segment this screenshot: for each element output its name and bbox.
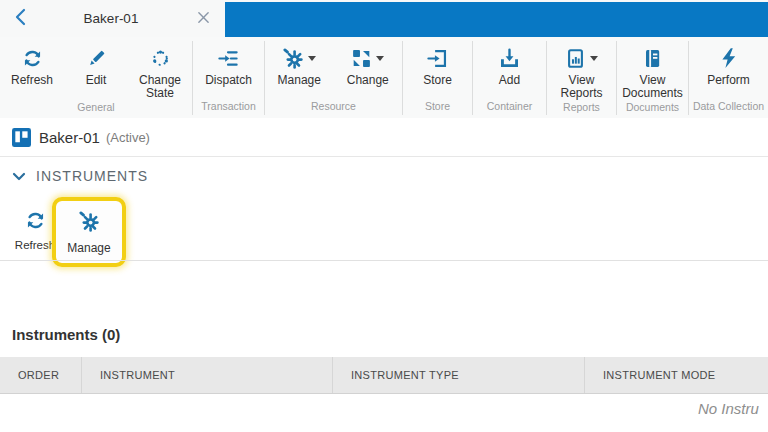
refresh-icon	[25, 209, 46, 233]
column-header-order[interactable]: ORDER	[0, 357, 82, 393]
tab-bar-fill	[225, 2, 768, 37]
toolbar-button-label: Refresh	[11, 74, 53, 87]
tab-title: Baker-01	[34, 11, 188, 26]
toolbar-button-refresh[interactable]: Refresh	[0, 41, 64, 101]
toolbar-group-container: AddContainer	[473, 41, 547, 115]
toolbar-button-label: Edit	[86, 74, 107, 87]
toolbar-button-label: View Reports	[547, 74, 616, 101]
toolbar-group-general: RefreshEditChange StateGeneral	[0, 41, 193, 115]
toolbar-button-change[interactable]: Change	[334, 41, 403, 100]
toolbar-group-store: StoreStore	[403, 41, 473, 115]
record-header: Baker-01 (Active)	[0, 118, 768, 157]
view-documents-icon	[642, 46, 663, 70]
toolbar-button-label: Manage	[278, 74, 321, 87]
chevron-down-icon	[590, 56, 598, 61]
toolbar-button-label: Store	[423, 74, 452, 87]
add-icon	[499, 46, 520, 70]
section-divider	[0, 260, 768, 261]
toolbar-group-label: Documents	[617, 101, 688, 115]
store-icon	[427, 46, 448, 70]
button-label: Manage	[67, 242, 110, 255]
toolbar-button-label: Perform	[707, 74, 750, 87]
column-header-instrument-type[interactable]: INSTRUMENT TYPE	[333, 357, 585, 393]
refresh-icon	[22, 46, 43, 70]
record-status: (Active)	[106, 130, 150, 145]
instruments-section-title: INSTRUMENTS	[36, 168, 148, 184]
tab-close-button[interactable]	[188, 0, 218, 37]
toolbar-button-label: Dispatch	[205, 74, 252, 87]
ribbon-toolbar: RefreshEditChange StateGeneralDispatchTr…	[0, 37, 768, 119]
manage-icon	[282, 46, 316, 70]
table-empty-message: No Instru	[698, 400, 759, 417]
toolbar-button-label: Change State	[128, 74, 192, 101]
app-window: Baker-01 RefreshEditChange StateGeneralD…	[0, 0, 768, 432]
toolbar-group-data-collection: PerformData Collection	[689, 41, 768, 115]
chevron-down-icon	[308, 56, 316, 61]
toolbar-button-label: Change	[347, 74, 389, 87]
toolbar-group-reports: View ReportsReports	[547, 41, 617, 115]
toolbar-button-view-documents[interactable]: View Documents	[617, 41, 688, 101]
instruments-section-header[interactable]: INSTRUMENTS	[0, 162, 148, 190]
button-label: Refresh	[15, 239, 55, 252]
dispatch-icon	[218, 46, 239, 70]
manage-button-highlight[interactable]: Manage	[52, 197, 126, 267]
toolbar-button-edit[interactable]: Edit	[64, 41, 128, 101]
toolbar-button-label: View Documents	[617, 74, 688, 101]
toolbar-group-label: Container	[473, 100, 546, 115]
chevron-left-icon	[13, 8, 29, 30]
record-title: Baker-01	[39, 129, 100, 146]
instruments-table-header: ORDERINSTRUMENTINSTRUMENT TYPEINSTRUMENT…	[0, 357, 768, 394]
instruments-table-title: Instruments (0)	[12, 326, 120, 343]
toolbar-button-change-state[interactable]: Change State	[128, 41, 192, 101]
chevron-down-icon	[12, 172, 26, 181]
toolbar-group-resource: ManageChangeResource	[265, 41, 403, 115]
toolbar-button-add[interactable]: Add	[473, 41, 546, 100]
toolbar-group-documents: View DocumentsDocuments	[617, 41, 689, 115]
column-header-instrument-mode[interactable]: INSTRUMENT MODE	[585, 357, 768, 393]
tab-bar: Baker-01	[0, 0, 768, 37]
toolbar-group-label: Store	[403, 100, 472, 115]
tab-baker-01[interactable]: Baker-01	[34, 0, 218, 37]
edit-icon	[86, 46, 107, 70]
toolbar-button-dispatch[interactable]: Dispatch	[193, 41, 264, 100]
manage-icon	[78, 209, 100, 233]
chevron-down-icon	[376, 56, 384, 61]
toolbar-button-perform[interactable]: Perform	[689, 41, 768, 100]
perform-icon	[718, 46, 740, 70]
toolbar-button-store[interactable]: Store	[403, 41, 472, 100]
toolbar-group-label: General	[0, 101, 192, 115]
back-button[interactable]	[8, 8, 34, 30]
change-icon	[351, 46, 384, 70]
view-reports-icon	[565, 46, 598, 70]
toolbar-button-manage[interactable]: Manage	[265, 41, 334, 100]
toolbar-group-transaction: DispatchTransaction	[193, 41, 265, 115]
toolbar-group-label: Resource	[265, 100, 402, 115]
change-state-icon	[150, 46, 171, 70]
toolbar-group-label: Reports	[547, 101, 616, 115]
toolbar-group-label: Transaction	[193, 100, 264, 115]
toolbar-button-view-reports[interactable]: View Reports	[547, 41, 616, 101]
toolbar-button-label: Add	[499, 74, 520, 87]
x-icon	[197, 10, 210, 28]
instruments-sub-toolbar: RefreshManage	[0, 196, 768, 260]
instrument-record-icon	[12, 128, 31, 147]
toolbar-group-label: Data Collection	[689, 100, 768, 115]
column-header-instrument[interactable]: INSTRUMENT	[82, 357, 333, 393]
